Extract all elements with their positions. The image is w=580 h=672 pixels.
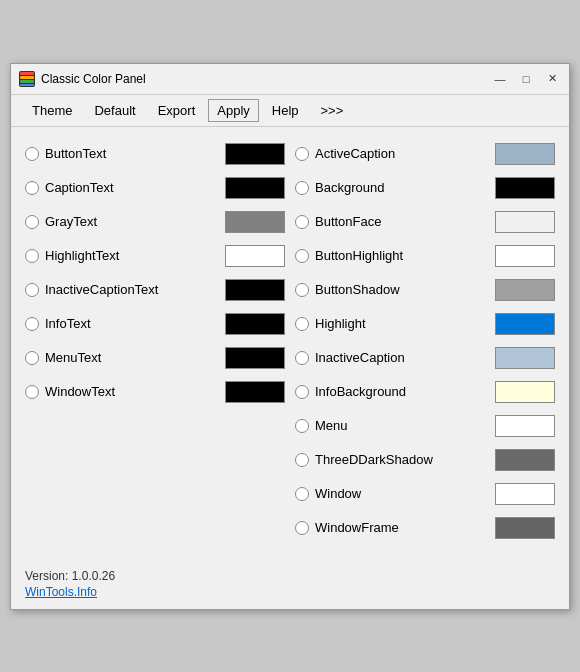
radio-btn-left-4[interactable] [25, 283, 39, 297]
color-row: Background [295, 173, 555, 203]
color-label-right-11: WindowFrame [315, 520, 489, 535]
color-swatch-left-6[interactable] [225, 347, 285, 369]
color-label-left-3: HighlightText [45, 248, 219, 263]
menu-more[interactable]: >>> [312, 99, 353, 122]
menu-help[interactable]: Help [263, 99, 308, 122]
color-row: InactiveCaption [295, 343, 555, 373]
color-swatch-right-0[interactable] [495, 143, 555, 165]
color-row: InfoText [25, 309, 285, 339]
radio-btn-right-6[interactable] [295, 351, 309, 365]
color-row: Highlight [295, 309, 555, 339]
color-label-right-8: Menu [315, 418, 489, 433]
color-swatch-right-10[interactable] [495, 483, 555, 505]
color-label-right-7: InfoBackground [315, 384, 489, 399]
footer: Version: 1.0.0.26 WinTools.Info [11, 555, 569, 609]
radio-btn-left-7[interactable] [25, 385, 39, 399]
color-row: MenuText [25, 343, 285, 373]
restore-button[interactable]: □ [517, 70, 535, 88]
color-swatch-right-1[interactable] [495, 177, 555, 199]
color-swatch-left-1[interactable] [225, 177, 285, 199]
color-row: ThreeDDarkShadow [295, 445, 555, 475]
close-button[interactable]: ✕ [543, 70, 561, 88]
left-column: ButtonText CaptionText GrayText Highligh… [25, 139, 285, 543]
color-swatch-right-8[interactable] [495, 415, 555, 437]
color-swatch-right-7[interactable] [495, 381, 555, 403]
color-row: Window [295, 479, 555, 509]
right-column: ActiveCaption Background ButtonFace Butt… [295, 139, 555, 543]
color-swatch-left-7[interactable] [225, 381, 285, 403]
menu-apply[interactable]: Apply [208, 99, 259, 122]
color-swatch-right-9[interactable] [495, 449, 555, 471]
color-row: ButtonFace [295, 207, 555, 237]
color-row: GrayText [25, 207, 285, 237]
radio-btn-left-5[interactable] [25, 317, 39, 331]
color-label-right-9: ThreeDDarkShadow [315, 452, 489, 467]
color-row: Menu [295, 411, 555, 441]
wintools-link[interactable]: WinTools.Info [25, 585, 555, 599]
color-label-left-1: CaptionText [45, 180, 219, 195]
radio-btn-right-1[interactable] [295, 181, 309, 195]
menu-default[interactable]: Default [85, 99, 144, 122]
color-swatch-left-2[interactable] [225, 211, 285, 233]
titlebar: Classic Color Panel — □ ✕ [11, 64, 569, 95]
color-label-left-5: InfoText [45, 316, 219, 331]
titlebar-controls: — □ ✕ [491, 70, 561, 88]
radio-btn-right-4[interactable] [295, 283, 309, 297]
radio-btn-left-1[interactable] [25, 181, 39, 195]
minimize-button[interactable]: — [491, 70, 509, 88]
menubar: Theme Default Export Apply Help >>> [11, 95, 569, 127]
radio-btn-left-0[interactable] [25, 147, 39, 161]
color-row: HighlightText [25, 241, 285, 271]
color-swatch-right-6[interactable] [495, 347, 555, 369]
version-text: Version: 1.0.0.26 [25, 569, 555, 583]
radio-btn-right-5[interactable] [295, 317, 309, 331]
color-label-left-6: MenuText [45, 350, 219, 365]
svg-rect-1 [20, 72, 34, 75]
color-swatch-right-11[interactable] [495, 517, 555, 539]
radio-btn-left-3[interactable] [25, 249, 39, 263]
color-row: WindowText [25, 377, 285, 407]
color-label-left-0: ButtonText [45, 146, 219, 161]
color-row: CaptionText [25, 173, 285, 203]
color-row: ActiveCaption [295, 139, 555, 169]
radio-btn-right-2[interactable] [295, 215, 309, 229]
color-swatch-left-5[interactable] [225, 313, 285, 335]
color-label-right-10: Window [315, 486, 489, 501]
window: Classic Color Panel — □ ✕ Theme Default … [10, 63, 570, 610]
color-label-right-2: ButtonFace [315, 214, 489, 229]
color-swatch-right-5[interactable] [495, 313, 555, 335]
color-label-right-0: ActiveCaption [315, 146, 489, 161]
color-swatch-right-3[interactable] [495, 245, 555, 267]
radio-btn-right-11[interactable] [295, 521, 309, 535]
color-row: InfoBackground [295, 377, 555, 407]
color-row: ButtonShadow [295, 275, 555, 305]
color-label-right-5: Highlight [315, 316, 489, 331]
menu-export[interactable]: Export [149, 99, 205, 122]
color-row: WindowFrame [295, 513, 555, 543]
svg-rect-2 [20, 76, 34, 79]
color-row: ButtonText [25, 139, 285, 169]
color-swatch-right-2[interactable] [495, 211, 555, 233]
color-swatch-right-4[interactable] [495, 279, 555, 301]
radio-btn-right-7[interactable] [295, 385, 309, 399]
color-label-left-2: GrayText [45, 214, 219, 229]
titlebar-left: Classic Color Panel [19, 71, 146, 87]
radio-btn-left-6[interactable] [25, 351, 39, 365]
radio-btn-right-10[interactable] [295, 487, 309, 501]
color-swatch-left-4[interactable] [225, 279, 285, 301]
svg-rect-3 [20, 80, 34, 83]
color-row: InactiveCaptionText [25, 275, 285, 305]
radio-btn-right-0[interactable] [295, 147, 309, 161]
color-columns: ButtonText CaptionText GrayText Highligh… [25, 139, 555, 543]
radio-btn-right-3[interactable] [295, 249, 309, 263]
radio-btn-left-2[interactable] [25, 215, 39, 229]
color-swatch-left-3[interactable] [225, 245, 285, 267]
color-label-left-4: InactiveCaptionText [45, 282, 219, 297]
content: ButtonText CaptionText GrayText Highligh… [11, 127, 569, 555]
color-swatch-left-0[interactable] [225, 143, 285, 165]
menu-theme[interactable]: Theme [23, 99, 81, 122]
color-row: ButtonHighlight [295, 241, 555, 271]
radio-btn-right-8[interactable] [295, 419, 309, 433]
color-label-right-3: ButtonHighlight [315, 248, 489, 263]
radio-btn-right-9[interactable] [295, 453, 309, 467]
